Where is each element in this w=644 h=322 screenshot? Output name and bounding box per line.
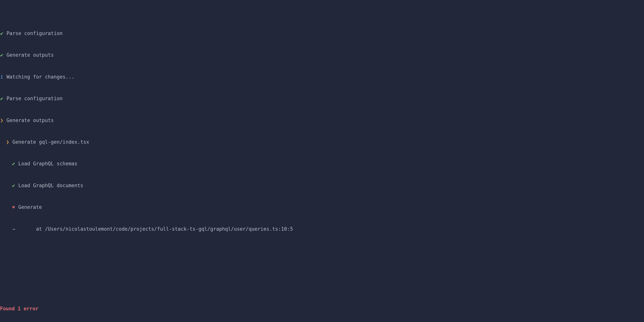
step-generate-outputs-2: Generate outputs — [6, 118, 54, 123]
cross-icon: ✖ — [12, 203, 16, 211]
step-generate-outputs-1: Generate outputs — [6, 52, 54, 58]
step-load-schemas: Load GraphQL schemas — [18, 161, 77, 166]
check-icon: ✔ — [12, 182, 16, 189]
step-generate-file: Generate gql-gen/index.tsx — [12, 139, 89, 145]
arrow-icon: → — [12, 225, 16, 233]
check-icon: ✔ — [0, 51, 4, 59]
step-parse-config-1: Parse configuration — [6, 30, 62, 36]
spinner-icon: ❯ — [6, 138, 10, 146]
terminal-output: ✔ Parse configuration ✔ Generate outputs… — [0, 0, 644, 322]
check-icon: ✔ — [12, 160, 16, 167]
step-load-documents: Load GraphQL documents — [18, 183, 83, 188]
spinner-icon: ❯ — [0, 117, 4, 124]
found-errors-header: Found 1 error — [0, 306, 38, 312]
step-watching-1: Watching for changes... — [6, 74, 74, 80]
step-error-location: at /Users/nicolastoulemont/code/projects… — [15, 226, 293, 232]
check-icon: ✔ — [0, 95, 4, 102]
step-parse-config-2: Parse configuration — [6, 96, 62, 101]
check-icon: ✔ — [0, 30, 4, 37]
step-generate-leaf: Generate — [18, 204, 42, 210]
info-icon: i — [0, 73, 4, 80]
